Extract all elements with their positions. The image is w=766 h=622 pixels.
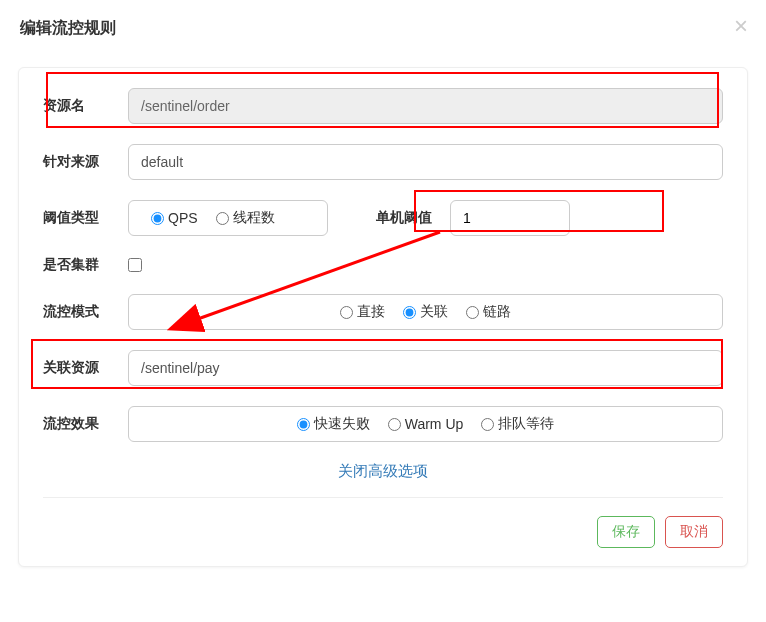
- modal-header: 编辑流控规则 ×: [0, 0, 766, 57]
- input-related[interactable]: [128, 350, 723, 386]
- radio-input-mode-direct[interactable]: [340, 306, 353, 319]
- radio-input-threads[interactable]: [216, 212, 229, 225]
- radio-effect-warmup[interactable]: Warm Up: [388, 416, 464, 432]
- link-close-advanced[interactable]: 关闭高级选项: [338, 462, 428, 479]
- radio-input-effect-warmup[interactable]: [388, 418, 401, 431]
- input-threshold-value[interactable]: [450, 200, 570, 236]
- radio-label-threads: 线程数: [233, 209, 275, 227]
- label-related: 关联资源: [43, 359, 128, 377]
- radio-label-mode-direct: 直接: [357, 303, 385, 321]
- cancel-button[interactable]: 取消: [665, 516, 723, 548]
- radio-group-mode: 直接 关联 链路: [128, 294, 723, 330]
- row-mode: 流控模式 直接 关联 链路: [43, 294, 723, 330]
- radio-label-effect-queue: 排队等待: [498, 415, 554, 433]
- row-resource: 资源名: [43, 88, 723, 124]
- row-effect: 流控效果 快速失败 Warm Up 排队等待: [43, 406, 723, 442]
- checkbox-cluster[interactable]: [128, 258, 142, 272]
- modal-body: 资源名 针对来源 阈值类型 QPS 线程数 单机阈值 是否集群 流控模式: [18, 67, 748, 567]
- label-source: 针对来源: [43, 153, 128, 171]
- label-threshold-value: 单机阈值: [376, 209, 432, 227]
- radio-mode-chain[interactable]: 链路: [466, 303, 511, 321]
- label-resource: 资源名: [43, 97, 128, 115]
- label-effect: 流控效果: [43, 415, 128, 433]
- close-icon[interactable]: ×: [734, 12, 748, 40]
- row-related: 关联资源: [43, 350, 723, 386]
- radio-label-mode-related: 关联: [420, 303, 448, 321]
- label-threshold-type: 阈值类型: [43, 209, 128, 227]
- radio-qps[interactable]: QPS: [151, 210, 198, 226]
- radio-group-effect: 快速失败 Warm Up 排队等待: [128, 406, 723, 442]
- radio-group-threshold-type: QPS 线程数: [128, 200, 328, 236]
- radio-effect-queue[interactable]: 排队等待: [481, 415, 554, 433]
- label-cluster: 是否集群: [43, 256, 128, 274]
- radio-effect-fastfail[interactable]: 快速失败: [297, 415, 370, 433]
- radio-label-effect-warmup: Warm Up: [405, 416, 464, 432]
- save-button[interactable]: 保存: [597, 516, 655, 548]
- row-cluster: 是否集群: [43, 256, 723, 274]
- radio-label-mode-chain: 链路: [483, 303, 511, 321]
- radio-input-effect-fastfail[interactable]: [297, 418, 310, 431]
- radio-label-effect-fastfail: 快速失败: [314, 415, 370, 433]
- radio-mode-related[interactable]: 关联: [403, 303, 448, 321]
- row-threshold: 阈值类型 QPS 线程数 单机阈值: [43, 200, 723, 236]
- label-mode: 流控模式: [43, 303, 128, 321]
- radio-input-qps[interactable]: [151, 212, 164, 225]
- radio-threads[interactable]: 线程数: [216, 209, 275, 227]
- footer: 保存 取消: [43, 516, 723, 548]
- radio-input-effect-queue[interactable]: [481, 418, 494, 431]
- radio-input-mode-related[interactable]: [403, 306, 416, 319]
- radio-label-qps: QPS: [168, 210, 198, 226]
- input-source[interactable]: [128, 144, 723, 180]
- modal-title: 编辑流控规则: [20, 19, 116, 36]
- input-resource[interactable]: [128, 88, 723, 124]
- row-source: 针对来源: [43, 144, 723, 180]
- radio-mode-direct[interactable]: 直接: [340, 303, 385, 321]
- radio-input-mode-chain[interactable]: [466, 306, 479, 319]
- row-close-advanced: 关闭高级选项: [43, 462, 723, 481]
- divider: [43, 497, 723, 498]
